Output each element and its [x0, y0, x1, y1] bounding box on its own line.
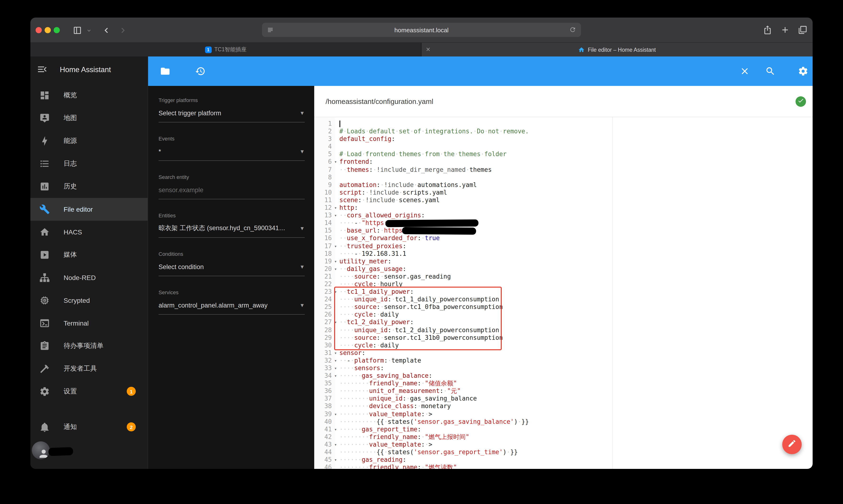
- sidebar-item-hacs[interactable]: HACS: [30, 221, 148, 244]
- fold-marker[interactable]: ▾: [332, 257, 339, 265]
- code-line[interactable]: 36········unit_of_measurement:·"元": [314, 388, 813, 395]
- sidebar-item-notifications[interactable]: 通知 2: [30, 416, 148, 438]
- fold-marker[interactable]: ▾: [332, 372, 339, 380]
- code-line[interactable]: 46········friendly_name:·"燃气读数": [314, 464, 813, 469]
- sidebar-item-logbook[interactable]: 日志: [30, 152, 148, 175]
- code-line[interactable]: 21····source:·sensor.gas_reading: [314, 273, 813, 281]
- code-line[interactable]: 8: [314, 174, 813, 181]
- sidebar-item-dev-tools[interactable]: 开发者工具: [30, 357, 148, 380]
- menu-toggle-icon[interactable]: [37, 64, 48, 77]
- sidebar-item-energy[interactable]: 能源: [30, 129, 148, 152]
- minimize-window-button[interactable]: [44, 27, 51, 33]
- folder-icon[interactable]: [160, 66, 171, 78]
- code-line[interactable]: 12▾http:: [314, 204, 813, 212]
- code-line[interactable]: 32▾··-·platform:·template: [314, 357, 813, 364]
- code-line[interactable]: 16··use_x_forwarded_for:·true: [314, 235, 813, 242]
- url-text: homeassistant.local: [394, 26, 449, 34]
- new-tab-icon[interactable]: [781, 25, 790, 35]
- code-line[interactable]: 44··········{{·states('sensor.gas_report…: [314, 449, 813, 456]
- code-line[interactable]: 43▾········value_template:·>: [314, 441, 813, 449]
- sidebar-item-file-editor[interactable]: File editor: [30, 198, 148, 221]
- code-line[interactable]: 4: [314, 143, 813, 151]
- chevron-down-icon[interactable]: [86, 28, 92, 34]
- sidebar-toggle-icon[interactable]: [73, 25, 82, 35]
- sidebar-item-overview[interactable]: 概览: [30, 84, 148, 107]
- code-line[interactable]: 6▾frontend:: [314, 158, 813, 166]
- fold-marker[interactable]: ▾: [332, 426, 339, 433]
- services-select[interactable]: alarm_control_panel.alarm_arm_away: [159, 302, 297, 309]
- share-icon[interactable]: [763, 25, 772, 35]
- url-field[interactable]: homeassistant.local: [262, 23, 581, 37]
- fold-marker[interactable]: ▾: [332, 357, 339, 364]
- settings-gear-icon[interactable]: [798, 66, 808, 78]
- file-path[interactable]: /homeassistant/configuration.yaml: [326, 97, 433, 105]
- code-line[interactable]: 9automation:·!include·automations.yaml: [314, 181, 813, 189]
- fold-marker[interactable]: ▾: [332, 242, 339, 250]
- forward-button[interactable]: [118, 25, 128, 36]
- trigger-platforms-select[interactable]: Select trigger platform: [159, 109, 297, 116]
- fold-marker[interactable]: ▾: [332, 349, 339, 357]
- edit-fab[interactable]: [782, 435, 802, 454]
- code-line[interactable]: 10script:·!include·scripts.yaml: [314, 189, 813, 197]
- events-select[interactable]: *: [159, 148, 297, 155]
- sidebar-item-terminal[interactable]: Terminal: [30, 312, 148, 335]
- code-line[interactable]: 5#·Load·frontend·themes·from·the·themes·…: [314, 151, 813, 158]
- code-line[interactable]: 3default_config:: [314, 135, 813, 143]
- code-line[interactable]: 11scene:·!include·scenes.yaml: [314, 197, 813, 204]
- code-line[interactable]: 33▾····sensors:: [314, 364, 813, 372]
- code-line[interactable]: 19▾utility_meter:: [314, 257, 813, 265]
- dropdown-arrow-icon: ▼: [300, 264, 305, 270]
- fold-marker[interactable]: ▾: [332, 410, 339, 418]
- conditions-select[interactable]: Select condition: [159, 263, 297, 270]
- tab-file-editor[interactable]: File editor – Home Assistant: [422, 43, 813, 56]
- code-line[interactable]: 37········unique_id:·gas_saving_balance: [314, 395, 813, 403]
- code-line[interactable]: 40··········{{·states('sensor.gas_saving…: [314, 418, 813, 426]
- fold-marker[interactable]: ▾: [332, 158, 339, 166]
- user-avatar[interactable]: [32, 442, 50, 460]
- fold-marker[interactable]: ▾: [332, 265, 339, 273]
- sidebar-item-node-red[interactable]: Node-RED: [30, 266, 148, 289]
- code-line[interactable]: 38········device_class:·monetary: [314, 403, 813, 410]
- entities-select[interactable]: 晾衣架 工作状态 (sensor.hyd_cn_5900341…: [159, 224, 297, 233]
- code-line[interactable]: 45▾······gas_reading:: [314, 456, 813, 464]
- back-button[interactable]: [101, 25, 111, 36]
- code-line[interactable]: 7··themes:·!include_dir_merge_named·them…: [314, 166, 813, 174]
- sidebar-item-scrypted[interactable]: Scrypted: [30, 289, 148, 312]
- fold-marker[interactable]: ▾: [332, 456, 339, 464]
- zoom-window-button[interactable]: [54, 27, 60, 33]
- code-line[interactable]: 41▾······gas_report_time:: [314, 426, 813, 433]
- fold-marker[interactable]: ▾: [332, 441, 339, 449]
- close-window-button[interactable]: [36, 27, 42, 33]
- code-line[interactable]: 31▾sensor:: [314, 349, 813, 357]
- code-line[interactable]: 13▾··cors_allowed_origins:: [314, 212, 813, 219]
- search-entity-input[interactable]: sensor.example: [159, 186, 305, 193]
- code-line[interactable]: 2#·Loads·default·set·of·integrations.·Do…: [314, 128, 813, 135]
- close-icon[interactable]: [739, 66, 750, 78]
- fold-marker[interactable]: ▾: [332, 212, 339, 219]
- reload-icon[interactable]: [569, 26, 576, 35]
- code-line[interactable]: 17▾··trusted_proxies:: [314, 242, 813, 250]
- sidebar-item-settings[interactable]: 设置1: [30, 380, 148, 403]
- sidebar-item-todo[interactable]: 待办事项清单: [30, 335, 148, 357]
- code-line[interactable]: 42········friendly_name:·"燃气上报时间": [314, 433, 813, 441]
- code-line[interactable]: 20▾··daily_gas_usage:: [314, 265, 813, 273]
- code-line[interactable]: 1: [314, 120, 813, 128]
- history-icon[interactable]: [195, 66, 205, 78]
- fold-marker[interactable]: ▾: [332, 204, 339, 212]
- code-line[interactable]: 35········friendly_name:·"储值余额": [314, 380, 813, 387]
- tab-overview-icon[interactable]: [798, 25, 807, 35]
- sidebar-item-map[interactable]: 地图: [30, 107, 148, 129]
- tab-tc1[interactable]: 1 TC1智能插座: [30, 43, 422, 56]
- sidebar-item-media[interactable]: 媒体: [30, 244, 148, 266]
- reader-icon[interactable]: [267, 26, 274, 35]
- close-tab-icon[interactable]: [425, 47, 431, 53]
- editor-toolbar: [148, 56, 813, 86]
- code-line[interactable]: 39▾········value_template:·>: [314, 410, 813, 418]
- code-line[interactable]: 15··base_url:·https: [314, 227, 813, 235]
- line-number: 45: [314, 456, 332, 464]
- code-line[interactable]: 34▾······gas_saving_balance:: [314, 372, 813, 380]
- code-line[interactable]: 18····-·192.168.31.1: [314, 250, 813, 257]
- sidebar-item-history[interactable]: 历史: [30, 175, 148, 198]
- search-icon[interactable]: [765, 66, 776, 78]
- fold-marker[interactable]: ▾: [332, 364, 339, 372]
